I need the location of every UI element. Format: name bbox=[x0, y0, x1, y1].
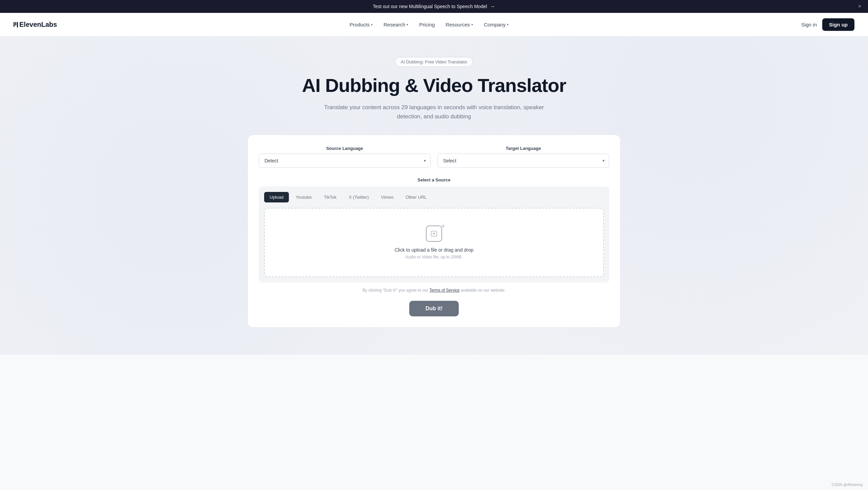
banner-text: Test out our new Multilingual Speech to … bbox=[373, 4, 487, 9]
source-language-label: Source Language bbox=[259, 146, 431, 151]
tab-x-twitter[interactable]: X (Twitter) bbox=[343, 192, 374, 202]
logo-text: ElevenLabs bbox=[19, 21, 57, 28]
terms-prefix: By clicking "Dub it!" you agree to our bbox=[362, 288, 429, 293]
source-language-select[interactable]: Detect bbox=[259, 154, 431, 168]
target-language-group: Target Language Select ▾ bbox=[437, 146, 609, 168]
tab-vimeo[interactable]: Vimeo bbox=[376, 192, 399, 202]
hero-section: AI Dubbing: Free Video Translator AI Dub… bbox=[0, 37, 868, 355]
sign-up-button[interactable]: Sign up bbox=[822, 18, 854, 31]
nav-item-research[interactable]: Research ▾ bbox=[383, 22, 408, 27]
logo-bar-2 bbox=[15, 22, 16, 25]
nav-links: Products ▾ Research ▾ Pricing Resources … bbox=[350, 22, 509, 27]
announcement-banner: Test out our new Multilingual Speech to … bbox=[0, 0, 868, 13]
language-row: Source Language Detect ▾ Target Language… bbox=[259, 146, 609, 168]
chevron-down-icon: ▾ bbox=[407, 23, 408, 26]
chevron-down-icon: ▾ bbox=[371, 23, 373, 26]
target-language-label: Target Language bbox=[437, 146, 609, 151]
navigation: ElevenLabs Products ▾ Research ▾ Pricing… bbox=[0, 13, 868, 37]
sign-in-button[interactable]: Sign in bbox=[801, 22, 817, 27]
nav-item-resources[interactable]: Resources ▾ bbox=[446, 22, 473, 27]
upload-video-icon bbox=[426, 226, 442, 242]
banner-arrow: → bbox=[490, 3, 495, 9]
logo[interactable]: ElevenLabs bbox=[14, 21, 57, 28]
chevron-down-icon: ▾ bbox=[507, 23, 509, 26]
target-language-select[interactable]: Select bbox=[437, 154, 609, 168]
chevron-down-icon: ▾ bbox=[471, 23, 473, 26]
watermark: CSDN @Aitraining bbox=[832, 483, 863, 487]
select-source-label: Select a Source bbox=[259, 177, 609, 182]
hero-title: AI Dubbing & Video Translator bbox=[14, 75, 854, 96]
terms-link[interactable]: Terms of Service bbox=[429, 288, 459, 293]
nav-resources-label: Resources bbox=[446, 22, 470, 27]
nav-item-pricing[interactable]: Pricing bbox=[419, 22, 435, 27]
nav-item-company[interactable]: Company ▾ bbox=[484, 22, 509, 27]
terms-suffix: available on our website. bbox=[461, 288, 506, 293]
nav-company-label: Company bbox=[484, 22, 506, 27]
upload-area[interactable]: + Click to upload a file or drag and dro… bbox=[264, 208, 604, 277]
nav-pricing-label: Pricing bbox=[419, 22, 435, 27]
logo-bar-1 bbox=[14, 22, 15, 27]
dub-it-button[interactable]: Dub it! bbox=[409, 301, 459, 316]
logo-bars-icon bbox=[14, 22, 18, 27]
nav-products-label: Products bbox=[350, 22, 370, 27]
source-language-group: Source Language Detect ▾ bbox=[259, 146, 431, 168]
tabs-row: Upload Youtube TikTok X (Twitter) Vimeo … bbox=[264, 192, 604, 202]
hero-subtitle: Translate your content across 29 languag… bbox=[315, 103, 553, 121]
main-card: Source Language Detect ▾ Target Language… bbox=[248, 135, 620, 328]
upload-text: Click to upload a file or drag and drop bbox=[272, 247, 596, 253]
logo-bar-3 bbox=[17, 22, 18, 27]
source-language-select-wrapper: Detect ▾ bbox=[259, 154, 431, 168]
hero-badge: AI Dubbing: Free Video Translator bbox=[395, 57, 473, 67]
terms-row: By clicking "Dub it!" you agree to our T… bbox=[259, 288, 609, 293]
source-tabs-container: Upload Youtube TikTok X (Twitter) Vimeo … bbox=[259, 187, 609, 282]
tab-youtube[interactable]: Youtube bbox=[290, 192, 317, 202]
nav-item-products[interactable]: Products ▾ bbox=[350, 22, 373, 27]
tab-upload[interactable]: Upload bbox=[264, 192, 289, 202]
nav-auth: Sign in Sign up bbox=[801, 18, 854, 31]
upload-icon-wrapper: + bbox=[426, 226, 442, 242]
target-language-select-wrapper: Select ▾ bbox=[437, 154, 609, 168]
nav-research-label: Research bbox=[383, 22, 405, 27]
upload-plus-icon: + bbox=[441, 223, 445, 230]
banner-close-button[interactable]: × bbox=[858, 4, 861, 9]
dub-button-row: Dub it! bbox=[259, 301, 609, 316]
tab-other-url[interactable]: Other URL bbox=[400, 192, 432, 202]
svg-marker-1 bbox=[433, 233, 435, 235]
upload-subtext: Audio or Video file, up to 20MB. bbox=[272, 255, 596, 259]
tab-tiktok[interactable]: TikTok bbox=[318, 192, 342, 202]
